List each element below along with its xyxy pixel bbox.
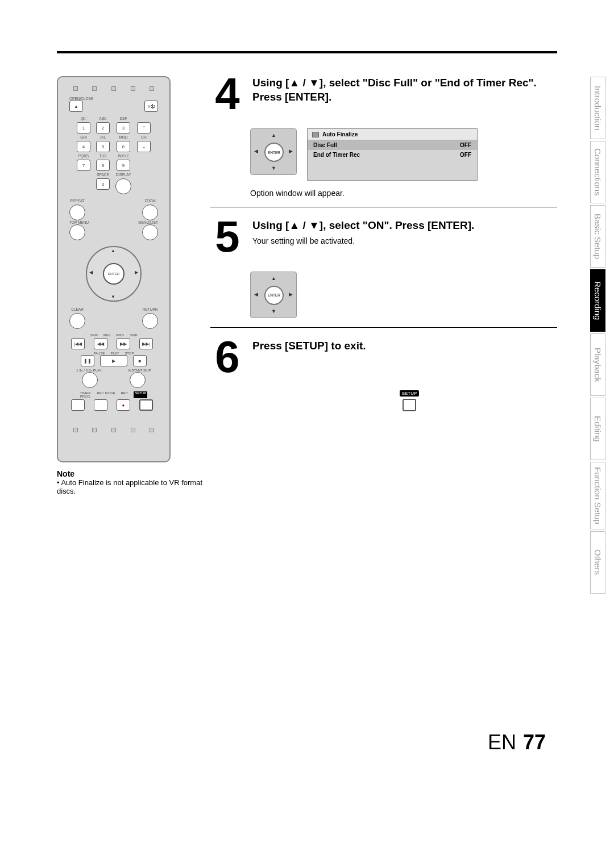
return-button (142, 313, 158, 329)
ch-up: ⌃ (137, 122, 151, 133)
side-tabs: Introduction Connections Basic Setup Rec… (590, 77, 605, 595)
num-5: 5 (96, 141, 110, 152)
step-6-number: 6 (210, 339, 244, 374)
speed-play-button (82, 372, 98, 388)
disc-icon (312, 132, 319, 137)
tab-recording[interactable]: Recording (590, 269, 605, 332)
note-block: Note • Auto Finalize is not applicable t… (57, 469, 205, 495)
remote-control-diagram: OPEN/CLOSE ▲ I/⏻ @/: 1 GHI 4 PQRS 7 (57, 76, 171, 462)
num-4: 4 (77, 141, 90, 152)
tab-editing[interactable]: Editing (590, 398, 605, 460)
step-4: 4 Using [▲ / ▼], select "Disc Full" or "… (210, 76, 557, 122)
stop-button: ■ (133, 355, 147, 366)
pause-button: ❚❚ (81, 355, 94, 366)
fwd-button: ▶▶ (117, 338, 130, 349)
step-5-illustration: ▲▼◀▶ ENTER (250, 272, 557, 318)
page-content: OPEN/CLOSE ▲ I/⏻ @/: 1 GHI 4 PQRS 7 (57, 51, 557, 495)
timer-prog-button (71, 399, 85, 411)
note-body: • Auto Finalize is not applicable to VR … (57, 478, 202, 495)
dpad-icon: ▲▼◀▶ ENTER (250, 272, 297, 318)
open-close-label: OPEN/CLOSE (69, 97, 161, 101)
step-divider (210, 207, 557, 207)
ch-down: ⌄ (137, 141, 151, 152)
top-rule (57, 51, 557, 53)
tab-introduction[interactable]: Introduction (590, 77, 605, 139)
step-4-number: 4 (210, 76, 244, 111)
step-4-illustration: ▲▼◀▶ ENTER Auto Finalize Disc FullOFF En… (250, 128, 557, 181)
step-6: 6 Press [SETUP] to exit. (210, 339, 557, 385)
steps-column: 4 Using [▲ / ▼], select "Disc Full" or "… (205, 76, 557, 495)
step-5-number: 5 (210, 219, 244, 254)
setup-button-illustration: SETUP (262, 390, 557, 411)
remote-column: OPEN/CLOSE ▲ I/⏻ @/: 1 GHI 4 PQRS 7 (57, 76, 205, 495)
page-footer: EN 77 (488, 731, 546, 754)
power-button: I/⏻ (144, 101, 158, 112)
eject-button: ▲ (69, 101, 83, 112)
num-0: 0 (96, 178, 110, 190)
skip-fwd-button: ▶▶| (139, 338, 153, 349)
zoom-button (142, 205, 158, 220)
footer-lang: EN (488, 731, 516, 754)
step-6-title: Press [SETUP] to exit. (252, 339, 557, 353)
instant-skip-button (130, 372, 146, 388)
setup-button-icon (403, 399, 416, 411)
step-4-after-note: Option window will appear. (250, 189, 557, 198)
num-6: 6 (117, 141, 130, 152)
step-5-title: Using [▲ / ▼], select "ON". Press [ENTER… (252, 219, 557, 233)
step-5: 5 Using [▲ / ▼], select "ON". Press [ENT… (210, 219, 557, 264)
skip-back-button: |◀◀ (71, 338, 85, 349)
osd-auto-finalize: Auto Finalize Disc FullOFF End of Timer … (307, 128, 478, 181)
num-2: 2 (96, 122, 110, 133)
rec-mode-button (94, 399, 107, 411)
menulist-button (142, 224, 158, 240)
step-5-note: Your setting will be activated. (252, 236, 557, 245)
tab-basic-setup[interactable]: Basic Setup (590, 205, 605, 268)
enter-button: ENTER (103, 263, 125, 285)
remote-dpad: ▲▼◀▶ ENTER (82, 243, 145, 305)
num-8: 8 (96, 160, 110, 171)
tab-connections[interactable]: Connections (590, 141, 605, 203)
tab-others[interactable]: Others (590, 531, 605, 594)
tab-function-setup[interactable]: Function Setup (590, 462, 605, 529)
display-button (115, 178, 131, 194)
step-4-title: Using [▲ / ▼], select "Disc Full" or "En… (252, 76, 557, 104)
step-divider (210, 327, 557, 328)
content-row: OPEN/CLOSE ▲ I/⏻ @/: 1 GHI 4 PQRS 7 (57, 76, 557, 495)
num-1: 1 (77, 122, 90, 133)
play-button: ▶ (100, 355, 127, 366)
num-3: 3 (117, 122, 130, 133)
tab-playback[interactable]: Playback (590, 333, 605, 396)
note-heading: Note (57, 469, 74, 478)
clear-button (69, 313, 85, 329)
footer-page: 77 (523, 731, 546, 754)
rec-button: ● (117, 399, 130, 411)
topmenu-button (69, 224, 85, 240)
setup-button-remote (139, 399, 153, 411)
repeat-button (69, 205, 85, 220)
dpad-icon: ▲▼◀▶ ENTER (250, 128, 297, 175)
num-7: 7 (77, 160, 90, 171)
rev-button: ◀◀ (94, 338, 107, 349)
num-9: 9 (117, 160, 130, 171)
